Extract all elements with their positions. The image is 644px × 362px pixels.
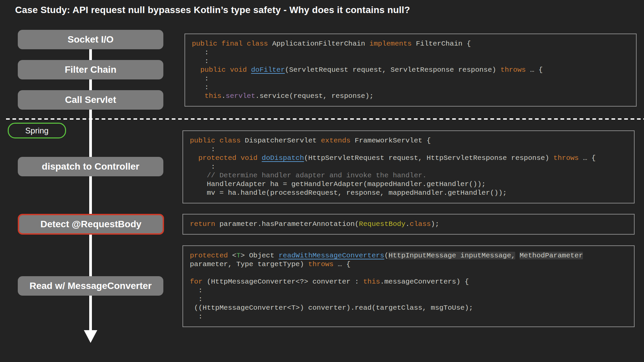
code-line: protected <T> Object readWithMessageConv…: [190, 251, 627, 260]
slide-title: Case Study: API request null bypasses Ko…: [15, 5, 410, 15]
code-line: ((HttpMessageConverter<T>) converter).re…: [190, 304, 627, 312]
code-line: :: [192, 48, 629, 57]
code-line: mv = ha.handle(processedRequest, respons…: [190, 189, 627, 197]
flow-box-read-messageconverter: Read w/ MessageConverter: [18, 276, 163, 296]
flow-box-call-servlet: Call Servlet: [18, 90, 163, 110]
code-line: :: [192, 57, 629, 66]
code-line: [190, 269, 627, 278]
code-line: :: [190, 145, 627, 154]
flow-box-label: Call Servlet: [65, 95, 116, 105]
spring-badge-label: Spring: [25, 126, 48, 135]
code-line: return parameter.hasParameterAnnotation(…: [190, 220, 627, 229]
code-line: :: [190, 312, 627, 321]
code-block-read-with-message-converters: protected <T> Object readWithMessageConv…: [182, 245, 635, 327]
code-line: this.servlet.service(request, response);: [192, 92, 629, 101]
code-line: :: [192, 83, 629, 92]
code-line: // Determine handler adapter and invoke …: [190, 171, 627, 180]
flow-box-label: Filter Chain: [65, 64, 116, 75]
code-line: :: [190, 286, 627, 295]
code-line: :: [190, 163, 627, 171]
code-line: public final class ApplicationFilterChai…: [192, 40, 629, 48]
flow-box-detect-requestbody: Detect @RequestBody: [18, 214, 164, 235]
flow-box-label: dispatch to Controller: [42, 161, 140, 172]
code-block-dispatcher-servlet: public class DispatcherServlet extends F…: [182, 130, 635, 203]
code-line: HandlerAdapter ha = getHandlerAdapter(ma…: [190, 180, 627, 189]
code-block-application-filter-chain: public final class ApplicationFilterChai…: [184, 34, 637, 107]
spring-boundary-divider: [6, 118, 644, 120]
code-line: :: [192, 74, 629, 83]
spring-badge: Spring: [8, 123, 66, 138]
flow-box-socket-io: Socket I/O: [18, 30, 163, 49]
code-line: for (HttpMessageConverter<?> converter :…: [190, 278, 627, 286]
slide: Case Study: API request null bypasses Ko…: [0, 0, 644, 362]
code-line: public class DispatcherServlet extends F…: [190, 136, 627, 145]
code-line: parameter, Type targetType) throws … {: [190, 260, 627, 269]
flow-box-label: Detect @RequestBody: [40, 219, 141, 230]
arrow-down-icon: [84, 330, 97, 343]
flow-box-label: Read w/ MessageConverter: [30, 281, 152, 291]
flow-box-filter-chain: Filter Chain: [18, 60, 163, 79]
flow-box-label: Socket I/O: [68, 34, 114, 45]
code-block-has-parameter-annotation: return parameter.hasParameterAnnotation(…: [182, 214, 635, 235]
code-line: public void doFilter(ServletRequest requ…: [192, 66, 629, 74]
flow-box-dispatch: dispatch to Controller: [18, 157, 163, 176]
code-line: :: [190, 295, 627, 304]
code-line: protected void doDispatch(HttpServletReq…: [190, 154, 627, 163]
